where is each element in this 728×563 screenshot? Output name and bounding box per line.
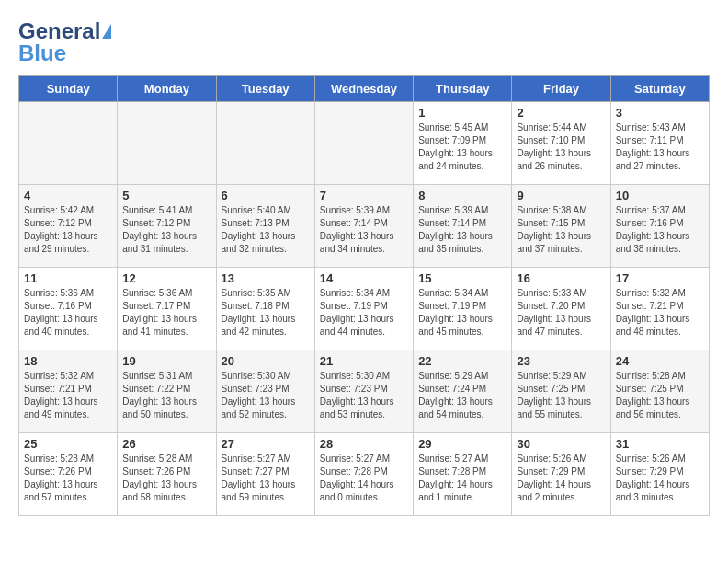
day-number: 24 <box>616 354 704 368</box>
calendar-cell: 8Sunrise: 5:39 AMSunset: 7:14 PMDaylight… <box>414 185 512 268</box>
calendar-week-3: 11Sunrise: 5:36 AMSunset: 7:16 PMDayligh… <box>19 268 710 350</box>
day-number: 20 <box>222 354 310 368</box>
day-number: 12 <box>122 271 210 285</box>
calendar-week-1: 1Sunrise: 5:45 AMSunset: 7:09 PMDaylight… <box>19 102 710 185</box>
calendar-cell: 4Sunrise: 5:42 AMSunset: 7:12 PMDaylight… <box>19 185 118 268</box>
logo: General Blue <box>18 18 111 66</box>
calendar-cell: 25Sunrise: 5:28 AMSunset: 7:26 PMDayligh… <box>19 433 118 516</box>
day-info: Sunrise: 5:28 AMSunset: 7:25 PMDaylight:… <box>616 370 704 421</box>
calendar-week-4: 18Sunrise: 5:32 AMSunset: 7:21 PMDayligh… <box>19 350 710 433</box>
calendar-table: SundayMondayTuesdayWednesdayThursdayFrid… <box>18 75 710 516</box>
day-info: Sunrise: 5:28 AMSunset: 7:26 PMDaylight:… <box>122 453 210 504</box>
day-number: 14 <box>320 271 408 285</box>
day-info: Sunrise: 5:26 AMSunset: 7:29 PMDaylight:… <box>517 453 605 504</box>
header-sunday: Sunday <box>19 76 118 102</box>
day-info: Sunrise: 5:43 AMSunset: 7:11 PMDaylight:… <box>616 121 704 173</box>
header-thursday: Thursday <box>414 76 512 102</box>
calendar-cell: 19Sunrise: 5:31 AMSunset: 7:22 PMDayligh… <box>118 350 216 433</box>
day-number: 18 <box>24 354 112 368</box>
calendar-cell: 2Sunrise: 5:44 AMSunset: 7:10 PMDaylight… <box>512 102 610 185</box>
calendar-cell: 29Sunrise: 5:27 AMSunset: 7:28 PMDayligh… <box>414 433 512 516</box>
day-info: Sunrise: 5:40 AMSunset: 7:13 PMDaylight:… <box>222 204 310 256</box>
calendar-cell: 23Sunrise: 5:29 AMSunset: 7:25 PMDayligh… <box>512 350 610 433</box>
calendar-cell: 1Sunrise: 5:45 AMSunset: 7:09 PMDaylight… <box>414 102 512 185</box>
calendar-cell: 5Sunrise: 5:41 AMSunset: 7:12 PMDaylight… <box>118 185 216 268</box>
day-number: 26 <box>122 437 210 451</box>
day-number: 10 <box>616 189 704 202</box>
calendar-cell: 31Sunrise: 5:26 AMSunset: 7:29 PMDayligh… <box>610 433 709 516</box>
calendar-cell: 3Sunrise: 5:43 AMSunset: 7:11 PMDaylight… <box>610 102 709 185</box>
day-info: Sunrise: 5:30 AMSunset: 7:23 PMDaylight:… <box>320 370 408 421</box>
calendar-week-5: 25Sunrise: 5:28 AMSunset: 7:26 PMDayligh… <box>19 433 710 516</box>
day-info: Sunrise: 5:27 AMSunset: 7:28 PMDaylight:… <box>320 453 408 504</box>
day-number: 1 <box>418 106 506 120</box>
day-number: 4 <box>24 189 112 202</box>
calendar-cell: 27Sunrise: 5:27 AMSunset: 7:27 PMDayligh… <box>216 433 314 516</box>
header-saturday: Saturday <box>610 76 709 102</box>
header-monday: Monday <box>118 76 216 102</box>
calendar-cell: 21Sunrise: 5:30 AMSunset: 7:23 PMDayligh… <box>314 350 413 433</box>
day-info: Sunrise: 5:28 AMSunset: 7:26 PMDaylight:… <box>24 453 112 504</box>
logo-triangle-icon <box>102 24 111 39</box>
calendar-cell: 14Sunrise: 5:34 AMSunset: 7:19 PMDayligh… <box>314 268 413 350</box>
day-info: Sunrise: 5:32 AMSunset: 7:21 PMDaylight:… <box>616 287 704 339</box>
day-number: 19 <box>122 354 210 368</box>
calendar-cell <box>19 102 118 185</box>
day-info: Sunrise: 5:36 AMSunset: 7:17 PMDaylight:… <box>122 287 210 339</box>
calendar-cell <box>118 102 216 185</box>
day-number: 6 <box>222 189 310 202</box>
day-info: Sunrise: 5:35 AMSunset: 7:18 PMDaylight:… <box>222 287 310 339</box>
logo-blue: Blue <box>18 40 66 66</box>
day-info: Sunrise: 5:30 AMSunset: 7:23 PMDaylight:… <box>222 370 310 421</box>
header-wednesday: Wednesday <box>314 76 413 102</box>
day-info: Sunrise: 5:34 AMSunset: 7:19 PMDaylight:… <box>418 287 506 339</box>
day-number: 25 <box>24 437 112 451</box>
day-info: Sunrise: 5:39 AMSunset: 7:14 PMDaylight:… <box>418 204 506 256</box>
calendar-cell: 11Sunrise: 5:36 AMSunset: 7:16 PMDayligh… <box>19 268 118 350</box>
calendar-cell: 20Sunrise: 5:30 AMSunset: 7:23 PMDayligh… <box>216 350 314 433</box>
day-number: 31 <box>616 437 704 451</box>
day-number: 16 <box>517 271 605 285</box>
day-info: Sunrise: 5:39 AMSunset: 7:14 PMDaylight:… <box>320 204 408 256</box>
header-tuesday: Tuesday <box>216 76 314 102</box>
calendar-cell: 16Sunrise: 5:33 AMSunset: 7:20 PMDayligh… <box>512 268 610 350</box>
day-number: 27 <box>222 437 310 451</box>
day-number: 9 <box>517 189 605 202</box>
calendar-cell: 28Sunrise: 5:27 AMSunset: 7:28 PMDayligh… <box>314 433 413 516</box>
calendar-cell <box>216 102 314 185</box>
day-number: 17 <box>616 271 704 285</box>
page-header: General Blue <box>18 18 710 66</box>
day-info: Sunrise: 5:27 AMSunset: 7:27 PMDaylight:… <box>222 453 310 504</box>
calendar-cell: 6Sunrise: 5:40 AMSunset: 7:13 PMDaylight… <box>216 185 314 268</box>
day-number: 13 <box>222 271 310 285</box>
day-info: Sunrise: 5:38 AMSunset: 7:15 PMDaylight:… <box>517 204 605 256</box>
day-number: 3 <box>616 106 704 120</box>
calendar-week-2: 4Sunrise: 5:42 AMSunset: 7:12 PMDaylight… <box>19 185 710 268</box>
day-info: Sunrise: 5:34 AMSunset: 7:19 PMDaylight:… <box>320 287 408 339</box>
calendar-cell: 15Sunrise: 5:34 AMSunset: 7:19 PMDayligh… <box>414 268 512 350</box>
calendar-cell: 7Sunrise: 5:39 AMSunset: 7:14 PMDaylight… <box>314 185 413 268</box>
day-info: Sunrise: 5:33 AMSunset: 7:20 PMDaylight:… <box>517 287 605 339</box>
day-number: 23 <box>517 354 605 368</box>
day-info: Sunrise: 5:26 AMSunset: 7:29 PMDaylight:… <box>616 453 704 504</box>
day-number: 30 <box>517 437 605 451</box>
day-number: 22 <box>418 354 506 368</box>
day-info: Sunrise: 5:29 AMSunset: 7:24 PMDaylight:… <box>418 370 506 421</box>
day-number: 8 <box>418 189 506 202</box>
calendar-cell: 18Sunrise: 5:32 AMSunset: 7:21 PMDayligh… <box>19 350 118 433</box>
day-info: Sunrise: 5:27 AMSunset: 7:28 PMDaylight:… <box>418 453 506 504</box>
calendar-cell: 9Sunrise: 5:38 AMSunset: 7:15 PMDaylight… <box>512 185 610 268</box>
calendar-cell: 22Sunrise: 5:29 AMSunset: 7:24 PMDayligh… <box>414 350 512 433</box>
day-info: Sunrise: 5:42 AMSunset: 7:12 PMDaylight:… <box>24 204 112 256</box>
day-info: Sunrise: 5:37 AMSunset: 7:16 PMDaylight:… <box>616 204 704 256</box>
day-info: Sunrise: 5:44 AMSunset: 7:10 PMDaylight:… <box>517 121 605 173</box>
day-number: 21 <box>320 354 408 368</box>
calendar-cell: 24Sunrise: 5:28 AMSunset: 7:25 PMDayligh… <box>610 350 709 433</box>
day-number: 2 <box>517 106 605 120</box>
calendar-cell: 13Sunrise: 5:35 AMSunset: 7:18 PMDayligh… <box>216 268 314 350</box>
day-info: Sunrise: 5:31 AMSunset: 7:22 PMDaylight:… <box>122 370 210 421</box>
header-friday: Friday <box>512 76 610 102</box>
day-info: Sunrise: 5:29 AMSunset: 7:25 PMDaylight:… <box>517 370 605 421</box>
day-info: Sunrise: 5:45 AMSunset: 7:09 PMDaylight:… <box>418 121 506 173</box>
day-number: 11 <box>24 271 112 285</box>
